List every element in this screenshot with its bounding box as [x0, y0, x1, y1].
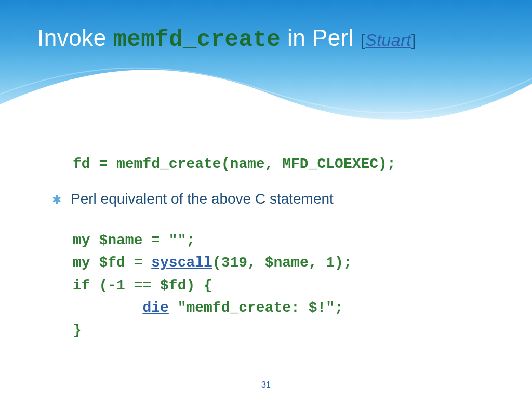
perl-line-4-pad	[73, 300, 142, 316]
title-ref: [Stuart]	[361, 31, 416, 49]
bullet-text: Perl equivalent of the above C statement	[71, 191, 334, 207]
perl-line-2b: (319, $name, 1);	[212, 255, 352, 271]
slide-body: fd = memfd_create(name, MFD_CLOEXEC); ✱ …	[0, 135, 532, 342]
die-link[interactable]: die	[142, 300, 168, 316]
wave-decoration	[0, 42, 532, 135]
title-post: in Perl	[281, 25, 361, 50]
perl-line-3: if (-1 == $fd) {	[73, 277, 212, 294]
bullet-icon: ✱	[52, 192, 61, 208]
perl-line-2a: my $fd =	[73, 255, 151, 271]
perl-line-5: }	[73, 322, 82, 338]
syscall-link[interactable]: syscall	[151, 255, 212, 271]
ref-close: ]	[411, 31, 416, 49]
perl-code-block: my $name = ""; my $fd = syscall(319, $na…	[73, 229, 485, 342]
perl-line-4b: "memfd_create: $!";	[169, 300, 343, 316]
c-code: fd = memfd_create(name, MFD_CLOEXEC);	[73, 156, 485, 172]
title-mono: memfd_create	[113, 26, 281, 52]
slide-header: Invoke memfd_create in Perl [Stuart]	[0, 0, 532, 135]
ref-link[interactable]: Stuart	[365, 31, 411, 49]
title-pre: Invoke	[37, 25, 113, 50]
slide-title: Invoke memfd_create in Perl [Stuart]	[37, 25, 416, 52]
bullet-item: ✱ Perl equivalent of the above C stateme…	[52, 191, 485, 208]
ref-open: [	[361, 31, 365, 49]
perl-line-1: my $name = "";	[73, 232, 195, 248]
page-number: 31	[0, 380, 532, 390]
